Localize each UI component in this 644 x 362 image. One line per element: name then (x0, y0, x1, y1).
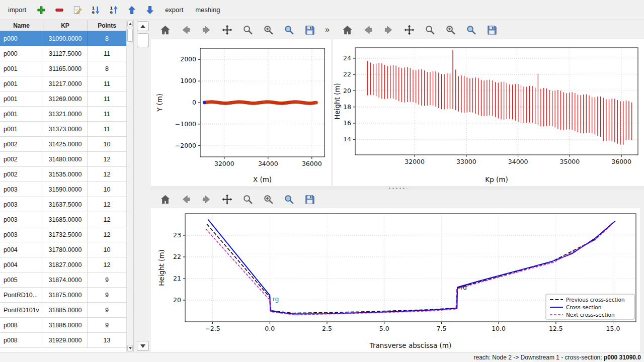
svg-text:22: 22 (343, 70, 351, 78)
table-row[interactable]: p001 31321.0000 11 (0, 107, 126, 122)
pan-button[interactable] (402, 23, 416, 37)
table-scrollbar[interactable] (126, 20, 133, 352)
cell-kp: 31373.0000 (43, 122, 88, 137)
customize-button[interactable] (282, 23, 296, 37)
sort-ascending-button[interactable]: 19 (89, 3, 103, 17)
table-row[interactable]: p001 31373.0000 11 (0, 122, 126, 137)
zoom-button[interactable] (240, 23, 255, 37)
home-button[interactable] (158, 23, 172, 37)
cell-kp: 31090.0000 (43, 31, 88, 46)
panel-scrollbar-thumb[interactable] (137, 33, 149, 47)
table-row[interactable]: PontRD10... 31875.0000 9 (0, 288, 126, 303)
table-row[interactable]: p001 31165.0000 8 (0, 61, 126, 76)
cell-kp: 31269.0000 (43, 92, 88, 107)
plan-view-chart[interactable]: 320003400036000200010000−1000−2000X (m)Y… (151, 39, 331, 186)
horizontal-splitter[interactable] (151, 186, 644, 190)
table-row[interactable]: p008 31886.0000 9 (0, 318, 126, 333)
table-row[interactable]: p004 31827.0000 12 (0, 257, 126, 273)
cell-points: 10 (88, 137, 126, 152)
move-up-button[interactable] (125, 3, 139, 17)
save-figure-button[interactable] (302, 23, 316, 37)
forward-button[interactable] (199, 192, 213, 206)
move-down-button[interactable] (143, 3, 157, 17)
table-row[interactable]: p004 31780.0000 10 (0, 242, 126, 257)
table-row[interactable]: p002 31480.0000 12 (0, 152, 126, 167)
save-figure-button[interactable] (302, 192, 316, 206)
forward-button[interactable] (381, 23, 395, 37)
panel-scrollbar[interactable] (137, 21, 149, 351)
save-icon (486, 24, 498, 36)
table-row[interactable]: p001 31269.0000 11 (0, 92, 126, 107)
svg-text:2000: 2000 (180, 55, 196, 63)
forward-button[interactable] (199, 23, 213, 37)
import-button[interactable]: import (4, 4, 30, 16)
svg-text:12.5: 12.5 (549, 325, 563, 332)
table-row[interactable]: p005 31874.0000 9 (0, 273, 126, 288)
home-icon (342, 24, 353, 36)
cell-points: 12 (88, 197, 126, 212)
table-row[interactable]: p003 31732.5000 12 (0, 227, 126, 242)
table-row[interactable]: p003 31685.0000 12 (0, 212, 126, 227)
pan-button[interactable] (220, 23, 234, 37)
column-header-points[interactable]: Points (88, 20, 127, 31)
cross-section-chart[interactable]: −2.50.02.55.07.510.012.515.020212223Tran… (151, 208, 640, 352)
cell-kp: 31637.5000 (43, 197, 88, 212)
cell-name: p004 (0, 257, 43, 273)
long-profile-chart[interactable]: 3200033000340003500036000141618202224Kp … (333, 39, 644, 186)
column-header-kp[interactable]: KP (43, 20, 88, 31)
table-scrollbar-thumb[interactable] (127, 29, 133, 42)
svg-text:1: 1 (110, 6, 113, 10)
svg-text:Height (m): Height (m) (333, 83, 341, 120)
table-row[interactable]: p000 31127.5000 11 (0, 46, 126, 61)
save-figure-button[interactable] (485, 23, 499, 37)
subplots-icon (445, 24, 456, 36)
main-toolbar: import 19 19 export meshing (0, 0, 644, 20)
customize-button[interactable] (464, 23, 478, 37)
table-row[interactable]: p000 31090.0000 8 (0, 31, 126, 46)
table-row[interactable]: p001 31217.0000 11 (0, 76, 126, 92)
sort-descending-button[interactable]: 19 (107, 3, 121, 17)
table-row[interactable]: p002 31425.0000 10 (0, 137, 126, 152)
zoom-button[interactable] (240, 192, 255, 206)
table-row[interactable]: p003 31590.0000 10 (0, 182, 126, 197)
svg-text:34000: 34000 (258, 160, 278, 167)
svg-text:24: 24 (343, 54, 351, 62)
export-button[interactable]: export (161, 4, 187, 16)
svg-text:1000: 1000 (180, 77, 196, 84)
customize-button[interactable] (282, 192, 296, 206)
cell-name: p000 (0, 31, 43, 46)
back-button[interactable] (179, 23, 193, 37)
subplots-button[interactable] (261, 23, 275, 37)
delete-cross-section-button[interactable] (52, 3, 66, 17)
add-cross-section-button[interactable] (34, 3, 48, 17)
table-row[interactable]: p008 31929.0000 13 (0, 333, 126, 348)
panel-scroll-up-button[interactable] (137, 21, 149, 31)
table-row[interactable]: p003 31637.5000 12 (0, 197, 126, 212)
edit-cross-section-button[interactable] (70, 3, 85, 17)
cell-kp: 31827.0000 (43, 257, 88, 273)
back-button[interactable] (179, 192, 193, 206)
zoom-button[interactable] (423, 23, 437, 37)
home-button[interactable] (158, 192, 172, 206)
save-icon (304, 24, 315, 36)
back-button[interactable] (361, 23, 375, 37)
home-button[interactable] (340, 23, 354, 37)
meshing-button[interactable]: meshing (191, 4, 224, 16)
table-header: Name KP Points (0, 20, 133, 31)
panel-scroll-down-button[interactable] (137, 341, 149, 351)
table-scroll-up-button[interactable] (127, 21, 133, 27)
svg-text:−2000: −2000 (175, 142, 196, 149)
subplots-button[interactable] (443, 23, 457, 37)
cell-name: p008 (0, 333, 43, 348)
toolbar-overflow-chevron[interactable]: » (323, 25, 332, 34)
table-scroll-down-button[interactable] (127, 345, 133, 351)
subplots-button[interactable] (261, 192, 275, 206)
svg-text:16: 16 (343, 119, 351, 127)
arrow-down-icon (145, 5, 155, 15)
table-row[interactable]: p002 31535.0000 12 (0, 167, 126, 182)
pan-button[interactable] (220, 192, 234, 206)
cell-kp: 31732.5000 (43, 227, 88, 242)
column-header-name[interactable]: Name (0, 20, 43, 31)
table-row[interactable]: PontRD101v 31885.0000 9 (0, 303, 126, 318)
pan-icon (221, 24, 233, 36)
